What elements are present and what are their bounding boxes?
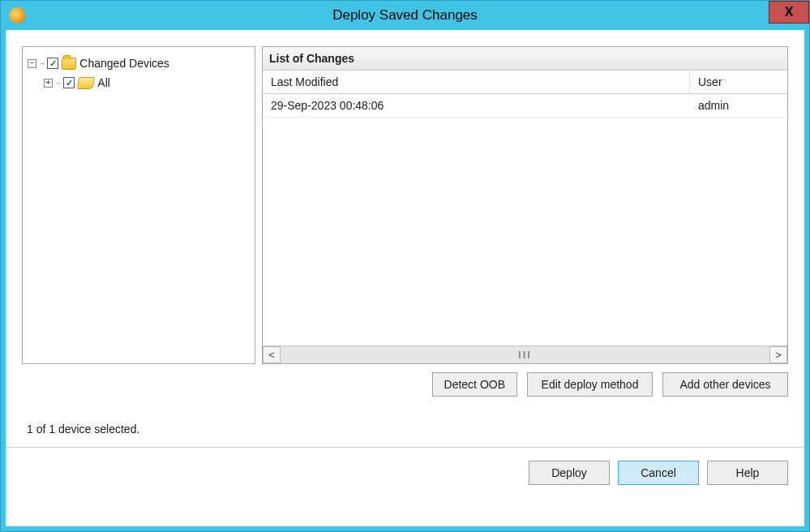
expand-icon[interactable]: + (44, 79, 53, 88)
footer-buttons: Deploy Cancel Help (22, 448, 788, 487)
table-header: Last Modified User (263, 71, 787, 94)
tree-connector-icon: ··· (56, 79, 60, 88)
app-icon (9, 7, 25, 24)
window-title: Deploy Saved Changes (332, 7, 478, 24)
table-body: 29-Sep-2023 00:48:06 admin (263, 94, 787, 345)
cell-user: admin (690, 94, 787, 117)
tree-child-item[interactable]: + ··· ✓ All (28, 73, 250, 92)
add-other-devices-button[interactable]: Add other devices (662, 372, 788, 397)
chevron-right-icon: > (775, 349, 782, 361)
close-icon: X (785, 5, 794, 19)
folder-icon (62, 58, 76, 70)
table-row[interactable]: 29-Sep-2023 00:48:06 admin (263, 94, 787, 118)
scroll-right-button[interactable]: > (769, 346, 787, 363)
scroll-left-button[interactable]: < (263, 346, 281, 363)
device-tree: − ··· ✓ Changed Devices + ··· ✓ All (22, 46, 255, 364)
column-user[interactable]: User (690, 71, 787, 93)
tree-root-item[interactable]: − ··· ✓ Changed Devices (28, 54, 250, 73)
cell-modified: 29-Sep-2023 00:48:06 (263, 94, 690, 117)
deploy-button[interactable]: Deploy (529, 461, 610, 485)
action-buttons: Detect OOB Edit deploy method Add other … (22, 364, 788, 400)
tree-child-label: All (97, 76, 110, 89)
collapse-icon[interactable]: − (28, 59, 36, 68)
tree-root-label: Changed Devices (79, 57, 169, 70)
column-last-modified[interactable]: Last Modified (263, 71, 690, 93)
scroll-track[interactable]: III (281, 346, 769, 363)
changes-title: List of Changes (263, 47, 787, 71)
chevron-left-icon: < (268, 349, 275, 361)
root-checkbox[interactable]: ✓ (47, 58, 58, 69)
close-button[interactable]: X (769, 1, 809, 24)
titlebar: Deploy Saved Changes X (1, 1, 809, 30)
client-area: − ··· ✓ Changed Devices + ··· ✓ All List… (6, 30, 804, 526)
edit-deploy-method-button[interactable]: Edit deploy method (527, 372, 653, 397)
cancel-button[interactable]: Cancel (618, 461, 699, 485)
tree-connector-icon: ··· (40, 59, 44, 68)
folder-open-icon (77, 77, 95, 89)
help-button[interactable]: Help (707, 461, 788, 485)
content-row: − ··· ✓ Changed Devices + ··· ✓ All List… (22, 46, 788, 364)
status-text: 1 of 1 device selected. (22, 400, 788, 447)
changes-panel: List of Changes Last Modified User 29-Se… (262, 46, 788, 364)
child-checkbox[interactable]: ✓ (63, 77, 75, 88)
deploy-window: Deploy Saved Changes X − ··· ✓ Changed D… (0, 0, 810, 532)
detect-oob-button[interactable]: Detect OOB (432, 372, 517, 397)
horizontal-scrollbar[interactable]: < III > (263, 345, 787, 363)
